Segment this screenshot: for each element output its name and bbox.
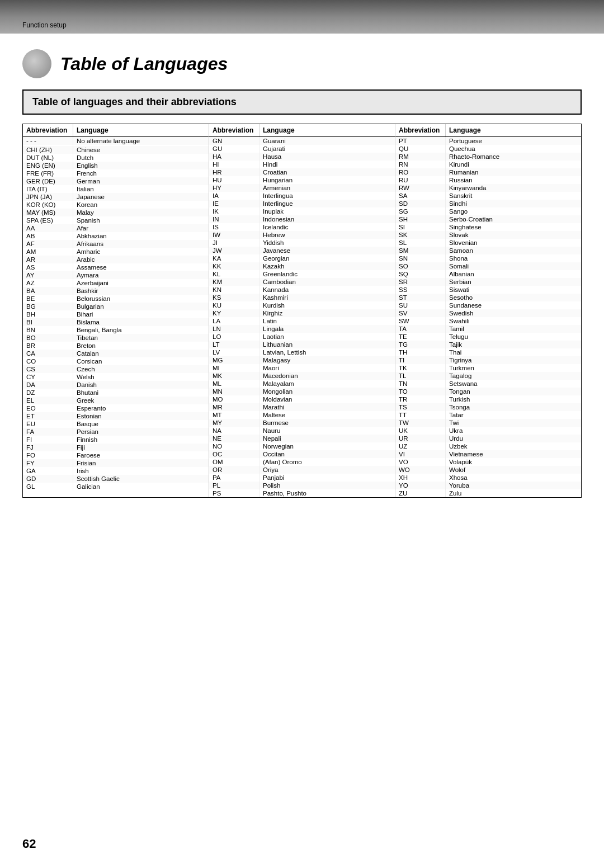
cell-language: Icelandic xyxy=(259,223,395,231)
cell-abbreviation: CY xyxy=(23,373,73,381)
cell-abbreviation: LN xyxy=(209,325,259,333)
cell-language: Turkish xyxy=(446,395,581,403)
cell-language: Setswana xyxy=(446,380,581,388)
cell-abbreviation: IE xyxy=(209,200,259,207)
table-row: RURussian xyxy=(395,176,581,184)
table-row: MRMarathi xyxy=(209,403,395,411)
table-row: TNSetswana xyxy=(395,380,581,388)
cell-abbreviation: MO xyxy=(209,395,259,403)
cell-language: Frisian xyxy=(73,459,209,467)
cell-abbreviation: UR xyxy=(395,435,446,442)
table-row: HRCroatian xyxy=(209,168,395,176)
table-row: SSSiswati xyxy=(395,286,581,294)
table-row: EUBasque xyxy=(23,420,209,428)
cell-abbreviation: ITA (IT) xyxy=(23,185,73,193)
cell-language: Bashkir xyxy=(73,287,209,295)
cell-abbreviation: TS xyxy=(395,403,446,411)
cell-language: German xyxy=(73,177,209,185)
cell-abbreviation: MG xyxy=(209,356,259,364)
cell-abbreviation: NO xyxy=(209,442,259,450)
cell-abbreviation: RU xyxy=(395,176,446,184)
cell-language: Swedish xyxy=(446,309,581,317)
table-row: RORumanian xyxy=(395,168,581,176)
table-row: PSPashto, Pushto xyxy=(209,489,395,497)
cell-abbreviation: SQ xyxy=(395,270,446,278)
cell-language: Laotian xyxy=(259,333,395,341)
cell-abbreviation: BG xyxy=(23,303,73,310)
table-row: TRTurkish xyxy=(395,395,581,403)
cell-language: Wolof xyxy=(446,466,581,474)
cell-language: Sesotho xyxy=(446,294,581,301)
cell-abbreviation: WO xyxy=(395,466,446,474)
cell-abbreviation: IK xyxy=(209,207,259,215)
cell-language: Albanian xyxy=(446,270,581,278)
cell-language: Interlingua xyxy=(259,192,395,200)
cell-abbreviation: GN xyxy=(209,137,259,145)
table-row: BRBreton xyxy=(23,342,209,350)
column-2: AbbreviationLanguageGNGuaraniGUGujaratiH… xyxy=(209,124,395,497)
cell-language: Korean xyxy=(73,201,209,209)
col-header-3: AbbreviationLanguage xyxy=(395,124,581,137)
table-row: WOWolof xyxy=(395,466,581,474)
table-row: GLGalician xyxy=(23,483,209,490)
cell-language: Bengali, Bangla xyxy=(73,326,209,334)
cell-language: Javanese xyxy=(259,247,395,254)
cell-abbreviation: EL xyxy=(23,397,73,404)
cell-abbreviation: LA xyxy=(209,317,259,325)
cell-language: Bhutani xyxy=(73,389,209,397)
table-row: CSCzech xyxy=(23,365,209,373)
table-row: MNMongolian xyxy=(209,388,395,395)
table-row: ARArabic xyxy=(23,256,209,263)
cell-abbreviation: AY xyxy=(23,271,73,279)
cell-language: Moldavian xyxy=(259,395,395,403)
cell-abbreviation: KOR (KO) xyxy=(23,201,73,209)
cell-language: Basque xyxy=(73,420,209,428)
table-row: SRSerbian xyxy=(395,278,581,286)
cell-language: Tibetan xyxy=(73,334,209,342)
cell-language: Zulu xyxy=(446,489,581,497)
cell-abbreviation: FA xyxy=(23,428,73,436)
table-row: SKSlovak xyxy=(395,231,581,239)
cell-abbreviation: EU xyxy=(23,420,73,428)
cell-abbreviation: HA xyxy=(209,153,259,161)
cell-language: Sindhi xyxy=(446,200,581,207)
table-row: HAHausa xyxy=(209,153,395,161)
cell-abbreviation: SPA (ES) xyxy=(23,216,73,224)
table-row: XHXhosa xyxy=(395,474,581,482)
cell-abbreviation: TR xyxy=(395,395,446,403)
cell-language: Latin xyxy=(259,317,395,325)
table-row: FYFrisian xyxy=(23,459,209,467)
cell-language: Tigrinya xyxy=(446,356,581,364)
cell-language: Nepali xyxy=(259,435,395,442)
cell-abbreviation: SK xyxy=(395,231,446,239)
cell-abbreviation: ST xyxy=(395,294,446,301)
table-row: IEInterlingue xyxy=(209,200,395,207)
cell-abbreviation: KS xyxy=(209,294,259,301)
cell-language: Tongan xyxy=(446,388,581,395)
cell-abbreviation: CO xyxy=(23,357,73,365)
header-language: Language xyxy=(446,124,581,136)
cell-language: Gujarati xyxy=(259,145,395,153)
table-row: KAGeorgian xyxy=(209,254,395,262)
cell-language: Swahili xyxy=(446,317,581,325)
table-row: MAY (MS)Malay xyxy=(23,209,209,216)
table-row: MIMaori xyxy=(209,364,395,372)
table-row: INIndonesian xyxy=(209,215,395,223)
cell-language: Inupiak xyxy=(259,207,395,215)
cell-abbreviation: MAY (MS) xyxy=(23,209,73,216)
cell-language: Norwegian xyxy=(259,442,395,450)
cell-abbreviation: GD xyxy=(23,475,73,483)
cell-language: Thai xyxy=(446,348,581,356)
table-row: MKMacedonian xyxy=(209,372,395,380)
table-row: IAInterlingua xyxy=(209,192,395,200)
cell-abbreviation: SN xyxy=(395,254,446,262)
table-row: NONorwegian xyxy=(209,442,395,450)
table-row: MOMoldavian xyxy=(209,395,395,403)
column-3: AbbreviationLanguagePTPortugueseQUQuechu… xyxy=(395,124,581,497)
table-row: SLSlovenian xyxy=(395,239,581,247)
cell-abbreviation: LV xyxy=(209,348,259,356)
cell-abbreviation: CS xyxy=(23,365,73,373)
cell-language: Bislama xyxy=(73,318,209,326)
table-row: HUHungarian xyxy=(209,176,395,184)
table-row: KMCambodian xyxy=(209,278,395,286)
